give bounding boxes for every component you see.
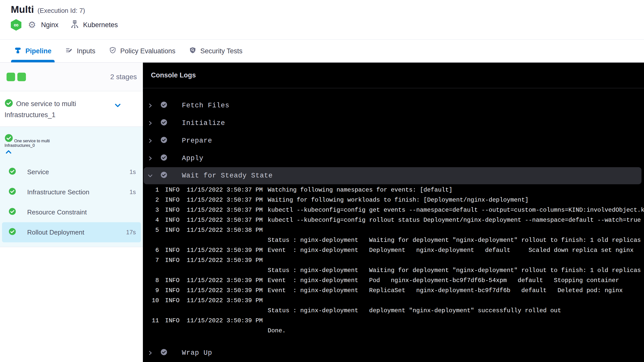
log-row: 7INFO11/15/2022 3:50:39 PM [143, 255, 644, 265]
console-step-label: Initialize [182, 119, 225, 127]
chevron-right-icon[interactable] [147, 103, 153, 109]
stage-name-line2: Infrastructures_1 [5, 111, 115, 119]
log-line-number: 3 [147, 207, 159, 213]
chevron-right-icon [147, 103, 153, 109]
log-timestamp: 11/15/2022 3:50:39 PM [187, 277, 264, 284]
log-level: INFO [165, 287, 181, 294]
tab-security-tests[interactable]: Security Tests [189, 40, 243, 62]
stage-header[interactable]: One service to multi Infrastructures_0 [0, 127, 143, 162]
console-step-prepare[interactable]: Prepare [143, 132, 644, 150]
console-step-fetch-files[interactable]: Fetch Files [143, 97, 644, 114]
log-timestamp: 11/15/2022 3:50:39 PM [187, 257, 264, 264]
log-row: Status : nginx-deployment deployment "ng… [143, 305, 644, 315]
execution-id: (Execution Id: 7) [37, 7, 85, 15]
chevron-down-icon[interactable] [114, 101, 122, 110]
console-step-initialize[interactable]: Initialize [143, 114, 644, 132]
log-level: INFO [165, 227, 181, 234]
log-level: INFO [165, 257, 181, 264]
log-row: 11INFO11/15/2022 3:50:39 PM [143, 315, 644, 326]
log-message: Status : nginx-deployment Waiting for de… [268, 267, 644, 274]
console-logs-panel: Console Logs Fetch FilesInitializePrepar… [143, 63, 644, 362]
service-name[interactable]: Nginx [41, 21, 58, 29]
log-row: 10INFO11/15/2022 3:50:39 PM [143, 295, 644, 305]
stage-item-infrastructures-1[interactable]: One service to multi Infrastructures_1 [0, 91, 143, 127]
step-success-check-icon [160, 349, 167, 355]
success-check-icon [9, 228, 22, 237]
content: 2 stages One service to multi Infrastruc… [0, 63, 644, 362]
console-step-apply[interactable]: Apply [143, 150, 644, 167]
kubernetes-icon [70, 20, 79, 30]
console-step-label: Prepare [182, 137, 212, 145]
pipeline-step-infrastructure-section[interactable]: Infrastructure Section1s [0, 182, 143, 202]
active-tab-underline [11, 60, 55, 62]
step-success-check-icon [160, 119, 167, 126]
log-level: INFO [165, 197, 181, 203]
console-body: Fetch FilesInitializePrepareApply Wait f… [143, 88, 644, 362]
stage-success-icon [5, 139, 13, 143]
success-check-icon [9, 208, 22, 217]
step-success-icon [160, 101, 167, 110]
stage-steps-list: Service1sInfrastructure Section1sResourc… [0, 162, 143, 242]
stage-count: 2 stages [110, 73, 137, 81]
log-message: kubectl --kubeconfig=config get events -… [268, 207, 644, 213]
log-row: Status : nginx-deployment Waiting for de… [143, 265, 644, 275]
step-success-check-icon [160, 137, 167, 143]
success-check-icon [5, 99, 13, 107]
chevron-right-icon[interactable] [147, 155, 153, 161]
console-steps-after: Wrap Up [143, 344, 644, 362]
tab-policy-evaluations[interactable]: Policy Evaluations [109, 40, 175, 62]
stage-status-square [7, 73, 15, 81]
chevron-up-icon[interactable] [5, 152, 13, 157]
log-message: Event : nginx-deployment ReplicaSet ngin… [268, 287, 644, 294]
log-timestamp: 11/15/2022 3:50:39 PM [187, 247, 264, 254]
success-check-icon [5, 134, 13, 142]
success-check-icon [9, 167, 22, 177]
stage-name-line1: One service to multi [16, 100, 76, 108]
console-logs-title: Console Logs [143, 63, 644, 88]
step-success-check-icon [160, 101, 167, 108]
step-duration: 17s [126, 229, 136, 236]
chevron-right-icon [147, 350, 153, 356]
log-level: INFO [165, 247, 181, 254]
success-check-icon [9, 167, 16, 175]
chevron-right-icon[interactable] [147, 350, 153, 356]
chevron-right-icon[interactable] [147, 138, 153, 144]
tab-pipeline[interactable]: Pipeline [14, 40, 52, 62]
console-step-label: Apply [182, 155, 204, 162]
inputs-edit-icon [65, 47, 73, 56]
log-timestamp: 11/15/2022 3:50:37 PM [187, 207, 264, 213]
console-step-label: Wrap Up [182, 349, 212, 357]
tab-inputs[interactable]: Inputs [65, 40, 96, 62]
log-level: INFO [165, 297, 181, 304]
log-row: 6INFO11/15/2022 3:50:39 PMEvent : nginx-… [143, 245, 644, 255]
log-level: INFO [165, 187, 181, 193]
pipeline-step-service[interactable]: Service1s [0, 162, 143, 182]
stage-status-squares [7, 73, 28, 81]
step-success-check-icon [160, 171, 167, 178]
log-row: 2INFO11/15/2022 3:50:37 PMWaiting for fo… [143, 195, 644, 205]
pipeline-step-resource-constraint[interactable]: Resource Constraint [0, 202, 143, 222]
log-level: INFO [165, 207, 181, 213]
gear-icon: ⚙ [28, 20, 36, 29]
log-message: kubectl --kubeconfig=config rollout stat… [268, 217, 644, 223]
stages-sidebar: 2 stages One service to multi Infrastruc… [0, 63, 143, 362]
log-line-number: 6 [147, 247, 159, 254]
console-step-wait-for-steady-state[interactable]: Wait for Steady State [144, 167, 641, 184]
step-success-icon [160, 154, 167, 163]
console-step-wrap-up[interactable]: Wrap Up [143, 344, 644, 362]
pipeline-step-rollout-deployment[interactable]: Rollout Deployment17s [2, 222, 141, 242]
log-line-number: 10 [147, 297, 159, 304]
title-row: Multi (Execution Id: 7) [0, 0, 644, 15]
page-title: Multi [11, 4, 34, 15]
step-label: Rollout Deployment [27, 229, 84, 236]
pipeline-icon [14, 47, 22, 56]
console-step-label: Wait for Steady State [182, 172, 273, 179]
stage-name-line1: One service to multi [14, 139, 50, 143]
chevron-down-icon[interactable] [147, 172, 153, 179]
log-message: Status : nginx-deployment deployment "ng… [268, 307, 644, 314]
infrastructure-name[interactable]: Kubernetes [83, 21, 118, 29]
stage-success-icon [5, 99, 13, 109]
chevron-right-icon[interactable] [147, 120, 153, 126]
log-line-number: 4 [147, 217, 159, 223]
log-timestamp: 11/15/2022 3:50:39 PM [187, 297, 264, 304]
